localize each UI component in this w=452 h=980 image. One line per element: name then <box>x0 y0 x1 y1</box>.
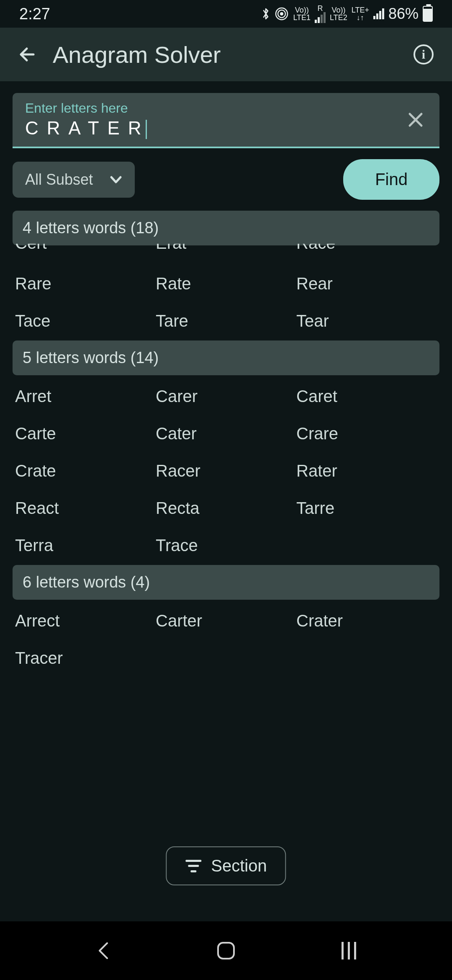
word-item[interactable]: Tace <box>15 312 156 330</box>
subset-dropdown[interactable]: All Subset <box>13 162 135 198</box>
word-item[interactable]: Tarre <box>296 499 437 518</box>
word-item[interactable]: Racer <box>156 462 296 480</box>
nav-home-button[interactable] <box>213 938 239 963</box>
word-item[interactable]: Caret <box>296 387 437 406</box>
battery-percentage: 86% <box>388 5 419 23</box>
section-header-5[interactable]: 5 letters words (14) <box>13 340 439 375</box>
word-item[interactable]: Tare <box>156 312 296 330</box>
letters-input-container[interactable]: Enter letters here CRATER <box>13 93 439 148</box>
nav-back-icon <box>96 941 110 960</box>
word-item[interactable]: Rater <box>296 462 437 480</box>
sim1-roaming-indicator: R <box>315 5 326 23</box>
word-item[interactable]: Trace <box>156 536 296 555</box>
word-item[interactable]: Rate <box>156 274 296 293</box>
info-button[interactable]: i <box>412 43 435 66</box>
svg-point-0 <box>280 12 283 15</box>
controls-row: All Subset Find <box>13 159 439 200</box>
sim2-indicator: Vo)) LTE2 <box>330 6 347 21</box>
page-title: Anagram Solver <box>53 41 397 68</box>
word-item[interactable]: Race <box>296 244 437 253</box>
word-item[interactable]: Tracer <box>15 649 156 668</box>
nav-recents-button[interactable] <box>336 938 361 963</box>
word-item[interactable]: Crater <box>296 611 437 630</box>
filter-icon <box>185 860 202 872</box>
text-cursor <box>146 120 147 139</box>
back-button[interactable] <box>17 44 38 65</box>
clear-input-button[interactable] <box>404 108 427 131</box>
info-icon: i <box>413 44 434 64</box>
app-bar: Anagram Solver i <box>0 28 452 81</box>
status-bar: 2:27 Vo)) LTE1 R Vo)) LTE2 LTE+ ↓↑ 86% <box>0 0 452 28</box>
chevron-down-icon <box>110 173 122 186</box>
word-item[interactable]: Arrect <box>15 611 156 630</box>
word-item[interactable]: Carter <box>156 611 296 630</box>
word-item[interactable]: Erat <box>156 244 296 253</box>
word-item[interactable]: React <box>15 499 156 518</box>
nav-recents-icon <box>342 942 356 959</box>
nav-back-button[interactable] <box>91 938 116 963</box>
word-item[interactable]: Rear <box>296 274 437 293</box>
word-item[interactable]: Arret <box>15 387 156 406</box>
signal-bars-icon <box>315 12 326 23</box>
word-item[interactable]: Crare <box>296 424 437 443</box>
word-item[interactable]: Rare <box>15 274 156 293</box>
status-right-cluster: Vo)) LTE1 R Vo)) LTE2 LTE+ ↓↑ 86% <box>261 5 433 23</box>
letters-input[interactable]: CRATER <box>25 118 404 139</box>
section-jump-button[interactable]: Section <box>166 846 286 885</box>
sim1-indicator: Vo)) LTE1 <box>293 6 311 21</box>
bluetooth-icon <box>261 7 270 21</box>
word-item[interactable]: Terra <box>15 536 156 555</box>
input-label: Enter letters here <box>25 101 404 116</box>
battery-icon <box>423 6 433 22</box>
close-icon <box>406 111 425 129</box>
system-nav-bar <box>0 921 452 980</box>
word-item[interactable]: Crate <box>15 462 156 480</box>
sim2-lte-indicator: LTE+ ↓↑ <box>352 6 369 21</box>
dropdown-label: All Subset <box>25 171 93 188</box>
word-item[interactable]: Tear <box>296 312 437 330</box>
content-area: Enter letters here CRATER All Subset Fin… <box>0 81 452 668</box>
word-item[interactable]: Recta <box>156 499 296 518</box>
hotspot-icon <box>275 7 289 21</box>
word-item[interactable]: Carte <box>15 424 156 443</box>
section-header-4[interactable]: 4 letters words (18) <box>13 211 439 245</box>
word-item[interactable]: Cert <box>15 244 156 253</box>
word-item[interactable]: Carer <box>156 387 296 406</box>
signal-bars-icon <box>373 8 384 19</box>
section-button-label: Section <box>211 856 267 875</box>
nav-home-icon <box>217 942 235 959</box>
find-button[interactable]: Find <box>343 159 439 200</box>
section-header-6[interactable]: 6 letters words (4) <box>13 565 439 600</box>
word-item[interactable]: Cater <box>156 424 296 443</box>
status-time: 2:27 <box>19 5 50 23</box>
